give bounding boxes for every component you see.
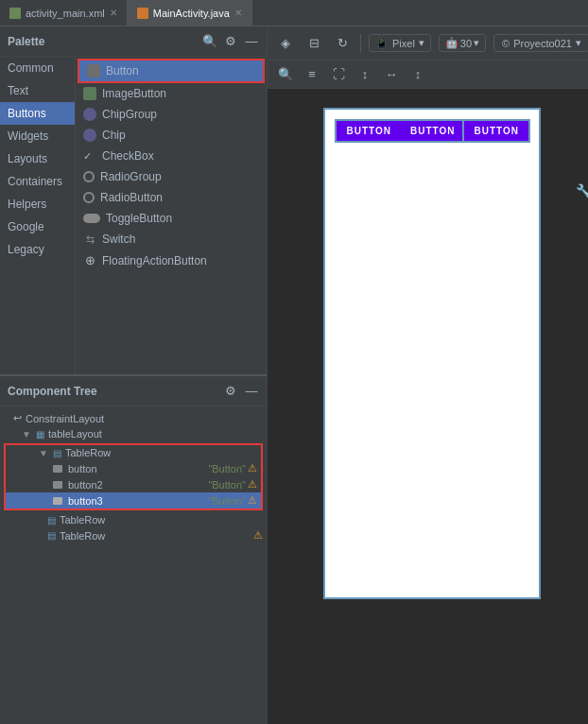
widget-chipgroup[interactable]: ChipGroup <box>76 104 267 125</box>
phone-icon: 📱 <box>375 37 389 49</box>
device-selector[interactable]: 📱 Pixel ▾ <box>369 34 431 52</box>
widget-button[interactable]: Button <box>79 60 263 81</box>
widget-radiogroup[interactable]: RadioGroup <box>76 166 267 187</box>
widget-togglebutton-label: ToggleButton <box>106 212 172 225</box>
project-icon: © <box>502 38 510 49</box>
widget-imagebutton[interactable]: ImageButton <box>76 83 267 104</box>
category-widgets[interactable]: Widgets <box>0 125 75 147</box>
category-list: Common Text Buttons Widgets Layouts Cont… <box>0 57 76 374</box>
chip-icon <box>83 129 96 142</box>
api-badge[interactable]: 🤖 30 ▾ <box>439 34 486 52</box>
palette-header: Palette 🔍 ⚙ — <box>0 26 267 57</box>
category-legacy[interactable]: Legacy <box>0 238 75 261</box>
button2-label: button2 <box>68 479 202 491</box>
category-helpers[interactable]: Helpers <box>0 193 75 215</box>
category-common[interactable]: Common <box>0 57 75 79</box>
arrows-h-icon[interactable]: ↔ <box>381 64 402 85</box>
tablerow2-icon: ▤ <box>47 515 56 526</box>
switch-icon: ⇆ <box>83 233 96 246</box>
blueprint-mode-icon[interactable]: ⊟ <box>303 33 324 54</box>
imagebutton-icon <box>83 87 96 100</box>
widget-fab[interactable]: ⊕ FloatingActionButton <box>76 250 267 271</box>
table-layout-label: tableLayout <box>48 428 263 440</box>
api-level: 30 <box>460 38 472 49</box>
toolbar-secondary: 🔍 ≡ ⛶ ↕ ↔ ↕ <box>268 60 588 89</box>
arrows-v-icon[interactable]: ↕ <box>407 64 428 85</box>
component-tree-section: Component Tree ⚙ — ↩ ConstraintLayout ▼ <box>0 376 267 724</box>
tab-close-icon[interactable]: ✕ <box>110 8 117 18</box>
button1-text: "Button" <box>208 463 246 474</box>
button1-warning: ⚠ <box>248 462 257 474</box>
button2-icon <box>53 481 62 489</box>
search-icon[interactable]: 🔍 <box>202 34 217 49</box>
project-badge[interactable]: © Proyecto021 ▾ <box>493 34 588 52</box>
widget-chip[interactable]: Chip <box>76 125 267 146</box>
button3-icon <box>53 497 62 505</box>
widget-switch[interactable]: ⇆ Switch <box>76 229 267 250</box>
category-containers[interactable]: Containers <box>0 170 75 193</box>
tree-tablerow3[interactable]: ▤ TableRow ⚠ <box>0 527 267 543</box>
widget-chipgroup-label: ChipGroup <box>102 108 157 121</box>
category-google[interactable]: Google <box>0 215 75 238</box>
tablerow2-label: TableRow <box>60 514 263 526</box>
widget-list: Button ImageButton ChipGroup Chip <box>76 57 267 374</box>
list-icon[interactable]: ≡ <box>302 64 322 85</box>
button3-warning: ⚠ <box>248 494 257 507</box>
button1-icon <box>53 465 62 473</box>
main-layout: Palette 🔍 ⚙ — Common Text Buttons Widget… <box>0 26 588 724</box>
tree-minimize-icon[interactable]: — <box>244 384 259 399</box>
design-mode-icon[interactable]: ◈ <box>275 33 296 54</box>
category-text[interactable]: Text <box>0 79 75 102</box>
widget-fab-label: FloatingActionButton <box>102 254 207 267</box>
category-buttons[interactable]: Buttons <box>0 102 75 125</box>
tab-close-icon[interactable]: ✕ <box>234 8 242 18</box>
tree-tablerow1[interactable]: ▼ ▤ TableRow <box>6 445 261 460</box>
tree-button1[interactable]: button "Button" ⚠ <box>6 460 261 476</box>
toolbar-top: ◈ ⊟ ↻ 📱 Pixel ▾ 🤖 30 ▾ © Proyecto021 ▾ <box>268 26 588 60</box>
button2-text: "Button" <box>208 479 246 491</box>
zoom-icon[interactable]: 🔍 <box>275 64 296 85</box>
xml-icon <box>9 8 21 19</box>
design-button1[interactable]: BUTTON <box>337 121 400 141</box>
tree-gear-icon[interactable]: ⚙ <box>223 384 238 399</box>
chevron-down-icon: ▾ <box>419 37 424 49</box>
design-area: BUTTON BUTTON BUTTON 🔧 <box>268 89 588 724</box>
tree-button2[interactable]: button2 "Button" ⚠ <box>6 476 261 492</box>
move-icon[interactable]: ↕ <box>355 64 375 85</box>
chevron-icon: ▾ <box>474 37 479 49</box>
fab-icon: ⊕ <box>83 253 96 267</box>
cursor-icon[interactable]: ⛶ <box>328 64 349 85</box>
widget-button-highlighted[interactable]: Button <box>78 59 265 83</box>
tree-constraint-layout[interactable]: ↩ ConstraintLayout <box>0 410 267 426</box>
button2-warning: ⚠ <box>248 478 257 491</box>
minimize-icon[interactable]: — <box>244 34 259 49</box>
design-button3[interactable]: BUTTON <box>464 121 527 141</box>
palette-section: Palette 🔍 ⚙ — Common Text Buttons Widget… <box>0 26 267 376</box>
widget-button-label: Button <box>106 64 139 78</box>
tree-tablerow2[interactable]: ▤ TableRow <box>0 512 267 527</box>
expand-arrow[interactable]: ▼ <box>38 448 49 458</box>
widget-togglebutton[interactable]: ToggleButton <box>76 208 267 229</box>
button-widget-icon <box>87 64 100 78</box>
widget-switch-label: Switch <box>102 233 135 246</box>
tab-bar: activity_main.xml ✕ MainActivity.java ✕ <box>0 0 588 26</box>
tree-table-layout[interactable]: ▼ ▦ tableLayout <box>0 426 267 441</box>
right-panel: ◈ ⊟ ↻ 📱 Pixel ▾ 🤖 30 ▾ © Proyecto021 ▾ 🔍 <box>268 26 588 724</box>
design-button2[interactable]: BUTTON <box>401 121 464 141</box>
widget-checkbox[interactable]: ✓ CheckBox <box>76 146 267 166</box>
palette-header-icons: 🔍 ⚙ — <box>202 34 259 49</box>
tab-activity-main[interactable]: activity_main.xml ✕ <box>0 0 128 26</box>
expand-arrow[interactable]: ▼ <box>21 429 32 440</box>
category-layouts[interactable]: Layouts <box>0 147 75 170</box>
orientation-icon[interactable]: ↻ <box>332 33 353 54</box>
gear-icon[interactable]: ⚙ <box>223 34 238 49</box>
widget-radiogroup-label: RadioGroup <box>100 170 162 183</box>
widget-radiobutton[interactable]: RadioButton <box>76 187 267 208</box>
radiogroup-icon <box>83 171 95 182</box>
constraint-icon: ↩ <box>13 412 22 424</box>
palette-title: Palette <box>8 35 202 48</box>
tab-main-activity[interactable]: MainActivity.java ✕ <box>128 0 252 26</box>
tablerow1-label: TableRow <box>65 447 257 458</box>
palette-body: Common Text Buttons Widgets Layouts Cont… <box>0 57 267 374</box>
tree-button3[interactable]: button3 "Button" ⚠ <box>6 492 261 509</box>
